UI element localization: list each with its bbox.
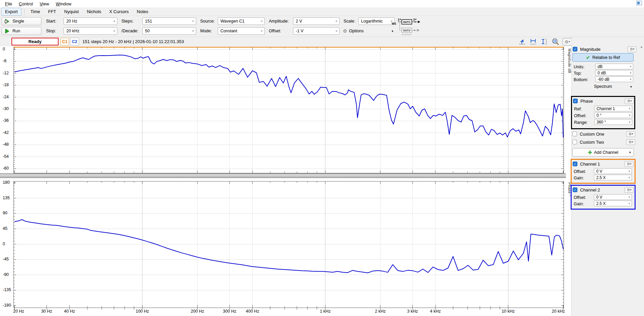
channel1-checkbox[interactable]: ✓ [573,162,577,166]
diagram-dut2-text: DUT2 [403,29,410,32]
channel1-gear-button[interactable]: ⚙ ▾ [624,161,634,167]
phase-gear-button[interactable]: ⚙ ▾ [625,98,634,104]
run-button[interactable]: Run [2,27,41,35]
offset-label: Offset: [267,29,291,33]
x-tick-label: 1 kHz [320,309,331,314]
chevron-down-icon: ∨ [629,120,631,124]
gear-icon: ⚙ [630,47,633,51]
magnitude-checkbox[interactable]: ✓ [573,47,577,51]
decade-dropdown[interactable]: 50 ∨ [142,27,196,35]
phase-checkbox[interactable]: ✓ [573,99,578,103]
tab-export[interactable]: Export [1,8,22,15]
tab-nichols[interactable]: Nichols [83,8,105,15]
gear-icon: ⚙ [629,140,632,144]
magnitude-plot[interactable] [13,47,564,173]
offset-dropdown[interactable]: -1 V ∨ [293,27,339,35]
range-dropdown[interactable]: 360 ° ∨ [594,119,632,125]
horizontal-cursor-icon[interactable] [529,38,537,45]
vertical-cursor-icon[interactable] [540,38,548,45]
x-tick-label: 100 Hz [136,309,149,314]
gear-icon: ⚙ [627,188,630,192]
plot-splitter-handle[interactable] [0,173,566,178]
diagram-plus2-text: 2+ [413,18,417,21]
dropdown-arrow-icon: ▾ [632,133,633,135]
tab-bar: Export Time FFT Nyquist Nichols X Cursor… [0,7,644,16]
magnitude-tick-label: -42 [3,130,9,135]
channel1-offset-dropdown[interactable]: 0 V ∨ [594,168,632,174]
phase-tick-label: -90 [3,272,9,277]
ref-dropdown[interactable]: Channel 1 ∨ [594,106,632,111]
channel2-checkbox[interactable]: ✓ [573,187,577,192]
channel2-offset-dropdown[interactable]: 0 V ∨ [594,194,632,200]
magnitude-tick-label: -24 [3,95,9,99]
steps-dropdown[interactable]: 151 ∨ [142,17,196,25]
phase-tick-label: 45 [3,226,7,231]
tab-notes[interactable]: Notes [134,8,152,15]
scroll-up-arrow-icon[interactable]: ▲ [639,45,644,48]
add-channel-button[interactable]: ✚ Add Channel ▾ [572,148,634,156]
dut-wiring-diagram: 1+ W1 DUT1 2+ DUT2 [391,17,422,36]
amplitude-dropdown[interactable]: 2 V ∨ [293,17,339,25]
x-tick-label: 300 Hz [223,309,237,314]
channel2-gain-dropdown[interactable]: 2.5 X ∨ [594,201,632,206]
magnitude-tick-label: -36 [3,118,9,123]
menu-file[interactable]: File [2,1,15,7]
amplitude-label: Amplitude: [267,19,291,24]
decade-value: 50 [145,29,150,33]
phase-offset-value: 0 ° [597,113,602,118]
menu-view[interactable]: View [37,1,52,7]
range-label: Range: [574,120,587,125]
phase-tick-label: 0 [3,242,5,246]
phase-tick-label: 180 [3,180,10,185]
chevron-down-icon: ∨ [628,176,630,179]
top-label: Top: [574,71,582,76]
tab-x-cursors[interactable]: X Cursors [106,8,132,15]
select-cursor-icon[interactable] [518,38,526,45]
menu-control[interactable]: Control [16,1,36,7]
diagram-w1-text: W1 [392,22,396,25]
tab-fft[interactable]: FFT [45,8,60,15]
single-button[interactable]: 1 Single [2,17,41,25]
phase-offset-label: Offset: [574,113,586,118]
magnitude-gear-button[interactable]: ⚙ ▾ [628,46,637,52]
plot-settings-gear-button[interactable]: ⚙ ▾ [563,38,572,45]
custom-two-checkbox[interactable] [572,140,577,144]
channel1-chip[interactable]: C1 [61,38,69,45]
phase-plot[interactable] [13,181,564,310]
x-tick-label: 10 kHz [502,309,515,314]
panel-scrollbar[interactable]: ▲ [639,45,644,316]
x-tick-label: 4 kHz [430,309,441,314]
dropdown-arrow-icon: ▾ [630,188,632,191]
mode-dropdown[interactable]: Constant ∨ [218,27,265,35]
tab-time[interactable]: Time [27,8,43,15]
bottom-value: -60 dB [598,77,609,82]
channel2-gear-button[interactable]: ⚙ ▾ [624,187,634,193]
custom-two-gear-button[interactable]: ⚙ ▾ [626,139,635,145]
options-button[interactable]: ⚙ Options ▾ [342,28,395,34]
zoom-magnifier-icon[interactable] [551,38,560,45]
dropdown-arrow-icon: ▾ [630,163,632,165]
gear-icon: ⚙ [565,39,569,44]
relative-to-ref-button[interactable]: ✔ Relative to Ref [572,53,634,62]
top-dropdown[interactable]: 0 dB ∨ [595,70,633,76]
units-dropdown[interactable]: dB ∨ [595,64,633,69]
top-row: Top: [574,70,582,76]
x-tick-label: 2 kHz [375,309,386,314]
chevron-down-icon: ∨ [260,20,263,23]
channel2-chip[interactable]: C2 [70,38,79,45]
phase-offset-dropdown[interactable]: 0 ° ∨ [594,112,632,118]
add-channel-label: Add Channel [594,150,618,155]
window-corner-icon[interactable] [636,1,642,5]
source-dropdown[interactable]: Wavegen C1 ∨ [218,17,265,25]
bottom-dropdown[interactable]: -60 dB ∨ [595,76,633,82]
bottom-row: Bottom: [574,77,588,83]
custom-one-gear-button[interactable]: ⚙ ▾ [626,131,635,137]
channel1-gain-dropdown[interactable]: 2.5 X ∨ [594,175,632,180]
start-dropdown[interactable]: 20 Hz ∨ [64,17,117,25]
scale-dropdown[interactable]: Logarithmic ∨ [358,17,395,25]
stop-dropdown[interactable]: 20 kHz ∨ [64,27,117,35]
menu-window[interactable]: Window [53,1,74,7]
tab-nyquist[interactable]: Nyquist [61,8,82,15]
spectrum-selector[interactable]: Spectrum ▾ [572,84,634,89]
custom-one-checkbox[interactable] [572,132,577,136]
